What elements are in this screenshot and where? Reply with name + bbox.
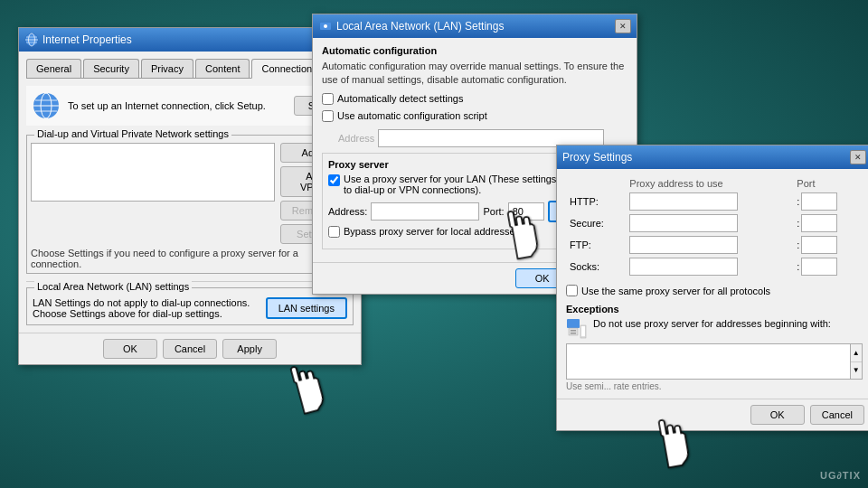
watermark: UG∂TIX [820,470,861,481]
proxy-ok-button[interactable]: OK [750,405,805,425]
exceptions-desc: Do not use proxy server for addresses be… [593,318,831,329]
svg-point-11 [324,24,327,28]
internet-properties-dialog: Internet Properties ? ✕ General Security… [18,27,362,365]
address-field-label: Address: [328,206,367,217]
proxy-type-http: HTTP: [566,191,626,212]
proxy-row-http: HTTP: : [566,191,863,212]
proxy-address-header: Proxy address to use [626,176,793,191]
lan-settings-title: Local Area Network (LAN) Settings [336,20,504,33]
same-proxy-label: Use the same proxy server for all protoc… [581,286,770,296]
exceptions-icon [566,318,588,340]
proxy-address-input[interactable] [371,202,479,221]
internet-props-title: Internet Properties [42,33,132,46]
proxy-settings-titlebar: Proxy Settings ✕ [557,145,868,169]
proxy-type-ftp: FTP: [566,234,626,256]
svg-rect-12 [567,319,580,328]
socks-port-input[interactable] [801,258,837,276]
lan-settings-button[interactable]: LAN settings [266,297,347,319]
auto-config-desc: Automatic configuration may override man… [322,60,627,88]
auto-detect-label: Automatically detect settings [337,93,463,104]
exceptions-title: Exceptions [566,304,863,314]
secure-port-input[interactable] [801,214,837,232]
exceptions-textarea[interactable] [566,343,851,380]
ftp-port-input[interactable] [801,236,837,254]
same-proxy-checkbox[interactable] [566,285,578,296]
exceptions-scroll-down[interactable]: ▼ [851,362,862,380]
exceptions-scroll-up[interactable]: ▲ [851,344,862,362]
internet-props-icon [24,33,39,47]
use-proxy-checkbox[interactable] [328,174,340,186]
proxy-type-secure: Secure: [566,212,626,234]
proxy-row-secure: Secure: : [566,212,863,234]
ip-apply-button[interactable]: Apply [222,339,277,359]
setup-text: To set up an Internet connection, click … [68,100,287,111]
lan-desc: LAN Settings do not apply to dial-up con… [33,297,259,319]
http-port-input[interactable] [801,192,837,211]
socks-address-input[interactable] [629,258,738,276]
auto-detect-checkbox[interactable] [322,93,334,105]
tab-privacy[interactable]: Privacy [141,59,193,78]
proxy-settings-title: Proxy Settings [562,151,632,164]
proxy-type-socks: Socks: [566,256,626,277]
bypass-checkbox[interactable] [328,226,340,238]
auto-config-title: Automatic configuration [322,45,627,56]
http-address-input[interactable] [629,192,738,211]
svg-rect-13 [569,328,578,335]
svg-rect-14 [571,330,576,332]
lan-settings-icon [318,19,333,33]
address-label-gray: Address [338,133,374,144]
vpn-list[interactable] [31,143,275,202]
svg-rect-17 [581,326,585,336]
bypass-label: Bypass proxy server for local addresses [344,226,520,237]
tab-content[interactable]: Content [195,59,250,78]
ip-ok-button[interactable]: OK [103,339,157,359]
svg-rect-15 [571,333,576,334]
lan-close-button[interactable]: ✕ [615,19,631,33]
lan-settings-titlebar: Local Area Network (LAN) Settings ✕ [313,14,637,38]
port-input[interactable] [508,202,544,221]
proxy-row-ftp: FTP: : [566,234,863,256]
ip-cancel-button[interactable]: Cancel [163,339,217,359]
tab-security[interactable]: Security [83,59,139,78]
tabs-bar: General Security Privacy Content Connect… [26,59,354,79]
proxy-row-socks: Socks: : [566,256,863,277]
port-label: Port: [483,206,504,217]
exceptions-note: Use semi... rate entries. [566,381,863,391]
globe-icon [32,91,61,120]
proxy-cancel-button[interactable]: Cancel [810,405,864,425]
proxy-desc: Choose Settings if you need to configure… [31,248,349,269]
proxy-settings-dialog: Proxy Settings ✕ Proxy address to use Po… [556,145,868,431]
lan-section-label: Local Area Network (LAN) settings [34,281,192,292]
auto-script-checkbox[interactable] [322,110,334,122]
tab-general[interactable]: General [26,59,81,78]
proxy-table: Proxy address to use Port HTTP: : Secure… [566,176,863,277]
ftp-address-input[interactable] [629,236,738,254]
internet-props-titlebar: Internet Properties ? ✕ [19,28,361,52]
vpn-section-label: Dial-up and Virtual Private Network sett… [34,128,231,139]
port-header: Port [793,176,863,191]
secure-address-input[interactable] [629,214,738,232]
proxy-close-button[interactable]: ✕ [850,150,866,164]
auto-script-label: Use automatic configuration script [337,110,487,121]
